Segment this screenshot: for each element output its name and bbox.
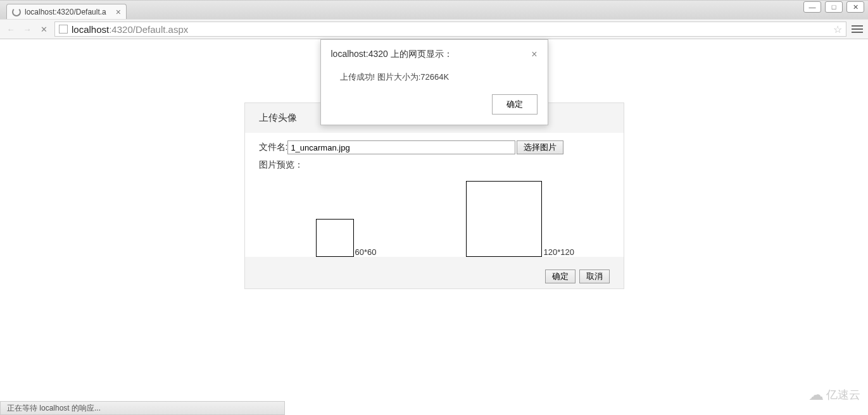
watermark: ☁ 亿速云 bbox=[808, 386, 860, 404]
menu-button[interactable] bbox=[852, 25, 863, 33]
cloud-icon: ☁ bbox=[808, 386, 824, 404]
upload-avatar-panel: 上传头像 文件名: 选择图片 图片预览： 60*60 120*120 确定 取消 bbox=[244, 102, 624, 289]
loading-spinner-icon bbox=[12, 8, 21, 16]
stop-button[interactable]: ✕ bbox=[38, 23, 49, 35]
cancel-button[interactable]: 取消 bbox=[579, 269, 610, 283]
browser-tab[interactable]: localhost:4320/Default.a × bbox=[6, 4, 127, 19]
alert-dialog: localhost:4320 上的网页显示： × 上传成功! 图片大小为:726… bbox=[320, 39, 548, 125]
url-host: localhost bbox=[72, 24, 109, 35]
minimize-button[interactable]: — bbox=[803, 1, 821, 13]
alert-title: localhost:4320 上的网页显示： bbox=[331, 49, 453, 60]
status-text: 正在等待 localhost 的响应... bbox=[7, 403, 101, 414]
browser-tab-bar: localhost:4320/Default.a × bbox=[0, 0, 868, 19]
nav-toolbar: ← → ✕ localhost:4320/Default.aspx ☆ bbox=[0, 19, 868, 39]
choose-image-button[interactable]: 选择图片 bbox=[517, 140, 563, 154]
preview-60-caption: 60*60 bbox=[355, 247, 377, 257]
preview-120-box bbox=[466, 181, 542, 257]
filename-label: 文件名: bbox=[259, 142, 288, 153]
bookmark-star-icon[interactable]: ☆ bbox=[833, 23, 842, 35]
decorative-blur bbox=[0, 1, 868, 20]
address-bar[interactable]: localhost:4320/Default.aspx ☆ bbox=[54, 22, 846, 37]
alert-ok-button[interactable]: 确定 bbox=[492, 94, 538, 115]
window-controls: — □ ✕ bbox=[803, 1, 864, 13]
filename-input[interactable] bbox=[287, 140, 515, 154]
tab-close-icon[interactable]: × bbox=[116, 7, 121, 17]
confirm-button[interactable]: 确定 bbox=[545, 269, 576, 283]
preview-60-box bbox=[316, 219, 354, 257]
alert-close-icon[interactable]: × bbox=[531, 49, 537, 60]
maximize-button[interactable]: □ bbox=[825, 1, 843, 13]
url-path: :4320/Default.aspx bbox=[109, 24, 188, 35]
back-button[interactable]: ← bbox=[5, 23, 16, 35]
alert-message: 上传成功! 图片大小为:72664K bbox=[321, 60, 548, 94]
watermark-text: 亿速云 bbox=[826, 387, 860, 402]
preview-120-caption: 120*120 bbox=[543, 247, 574, 257]
status-bar: 正在等待 localhost 的响应... bbox=[0, 401, 285, 415]
preview-label: 图片预览： bbox=[259, 159, 303, 171]
forward-button[interactable]: → bbox=[22, 23, 33, 35]
tab-title: localhost:4320/Default.a bbox=[25, 8, 113, 16]
window-close-button[interactable]: ✕ bbox=[846, 1, 864, 13]
page-content: 上传头像 文件名: 选择图片 图片预览： 60*60 120*120 确定 取消 bbox=[0, 39, 868, 401]
page-icon bbox=[59, 25, 68, 34]
